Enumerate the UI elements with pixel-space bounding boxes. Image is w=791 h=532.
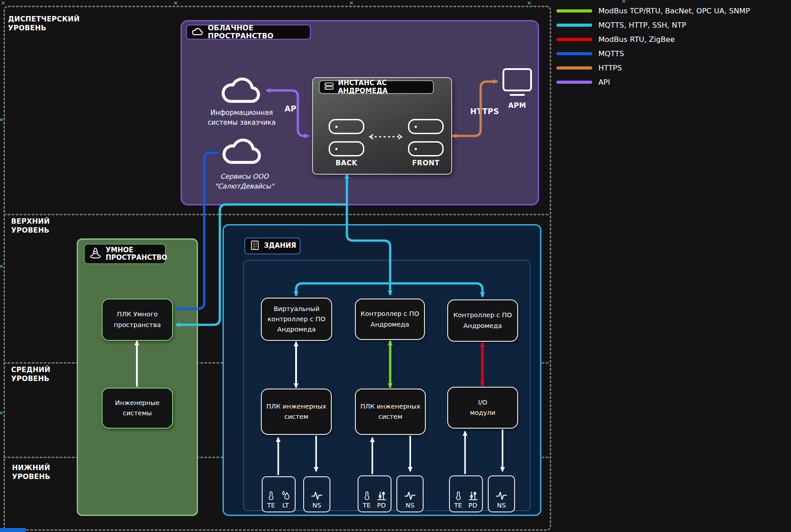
smart-space-title: УМНОЕ ПРОСТРАНСТВО (106, 246, 167, 262)
legend-item-mqtts-http[interactable]: MQTTS, HTTP, SSH, NTP (556, 18, 750, 32)
vendor-cloud-shape[interactable] (219, 133, 265, 170)
front-server-unit[interactable] (408, 141, 444, 156)
engineering-plc-node[interactable]: ПЛК инженерных систем (355, 389, 426, 435)
back-server-unit[interactable] (329, 119, 364, 134)
legend-label: MQTTS (598, 49, 624, 58)
unit-led (335, 148, 338, 150)
sensor-label: NS (497, 502, 506, 509)
level-label-middle[interactable]: СРЕДНИЙ УРОВЕНЬ (11, 365, 87, 383)
legend-item-modbus-tcp[interactable]: ModBus TCP/RTU, BacNet, OPC UA, SNMP (556, 4, 750, 18)
sensor-label: NS (312, 502, 321, 509)
sensor-label: TE (363, 502, 371, 509)
legend-swatch-cyan (556, 24, 592, 27)
sensor-label: TE (267, 502, 275, 509)
sensor-box-te-lt[interactable]: TE LT (262, 476, 296, 512)
https-wire-label[interactable]: HTTPS (466, 107, 503, 116)
thermometer-icon (453, 490, 463, 502)
legend-label: HTTPS (598, 64, 622, 72)
sensor-label: PD (377, 502, 386, 509)
customer-cloud-label: Информационная системы заказчика (202, 108, 282, 128)
legend-swatch-blue (556, 52, 592, 55)
arm-monitor-icon[interactable] (503, 68, 532, 91)
selection-handle[interactable]: ✕ (0, 264, 4, 269)
buildings-title: ЗДАНИЯ (264, 242, 296, 250)
pulse-icon (495, 490, 507, 502)
virtual-controller-node[interactable]: Виртуальный контроллер с ПО Андромеда (261, 298, 332, 341)
droplet-icon (280, 490, 291, 502)
sensor-label: NS (405, 502, 414, 509)
back-server-unit[interactable] (329, 141, 364, 156)
legend-swatch-red (556, 38, 592, 41)
legend-item-modbus-rtu[interactable]: ModBus RTU, ZigBee (556, 32, 750, 46)
legend-swatch-orange (556, 66, 592, 70)
sensor-box-ns[interactable]: NS (396, 475, 424, 512)
controller-node[interactable]: Контроллер с ПО Андромеда (447, 299, 518, 342)
unit-led (415, 126, 417, 128)
cloud-space-title: ОБЛАЧНОЕ ПРОСТРАНСТВО (208, 24, 305, 41)
selection-handle[interactable]: ✕ (0, 118, 4, 122)
legend-swatch-green (556, 9, 592, 12)
customer-cloud-shape[interactable] (218, 73, 264, 108)
legend-label: MQTTS, HTTP, SSH, NTP (598, 21, 686, 29)
sensor-box-te-pd[interactable]: TE PD (449, 475, 483, 512)
cloud-icon (191, 27, 204, 38)
legend: ModBus TCP/RTU, BacNet, OPC UA, SNMP MQT… (556, 4, 750, 89)
level-label-dispatcher[interactable]: ДИСПЕТЧЕРСКИЙ УРОВЕНЬ (8, 15, 93, 33)
legend-label: ModBus RTU, ZigBee (598, 35, 675, 44)
front-label: FRONT (408, 159, 444, 167)
sensor-label: PD (469, 502, 478, 509)
engineering-systems-node[interactable]: Инженерные системы (102, 388, 173, 429)
arm-monitor-stand (510, 94, 525, 96)
sensor-box-ns[interactable]: NS (488, 475, 515, 512)
diagram-canvas: ДИСПЕТЧЕРСКИЙ УРОВЕНЬ ВЕРХНИЙ УРОВЕНЬ СР… (0, 0, 791, 532)
sensor-label: LT (282, 502, 289, 509)
front-server-unit[interactable] (408, 119, 444, 134)
legend-item-https[interactable]: HTTPS (556, 61, 750, 75)
selection-handle[interactable]: ✕ (0, 411, 4, 415)
sensor-box-te-pd[interactable]: TE PD (358, 475, 391, 512)
smart-space-container[interactable] (77, 238, 198, 516)
arm-label: АРМ (503, 102, 532, 110)
pulse-icon (311, 490, 323, 502)
bottom-blue-bar (0, 528, 26, 532)
level-separator-upper (4, 214, 548, 215)
io-modules-node[interactable]: I/O модули (447, 387, 518, 429)
cloud-icon (218, 73, 264, 106)
pulse-icon (404, 490, 416, 502)
legend-label: ModBus TCP/RTU, BacNet, OPC UA, SNMP (598, 7, 750, 15)
back-label: BACK (329, 159, 364, 167)
andromeda-instance-title: ИНСТАНС АС АНДРОМЕДА (338, 79, 428, 95)
andromeda-instance-badge[interactable]: ИНСТАНС АС АНДРОМЕДА (319, 80, 434, 94)
engineering-plc-node[interactable]: ПЛК инженерных систем (261, 389, 332, 435)
buildings-badge[interactable]: ЗДАНИЯ (244, 237, 301, 254)
controller-node[interactable]: Контроллер с ПО Андромеда (355, 299, 425, 340)
api-wire-label[interactable]: API (281, 104, 303, 113)
cloud-icon (219, 133, 265, 168)
legend-label: API (598, 78, 610, 86)
vendor-cloud-label: Сервисы ООО "СалютДевайсы" (204, 172, 284, 192)
selection-handle[interactable]: ✕ (349, 1, 354, 5)
levels-icon (467, 490, 479, 502)
selection-handle[interactable]: ✕ (622, 0, 626, 4)
selection-handle[interactable]: ✕ (1, 1, 5, 5)
legend-item-mqtts[interactable]: MQTTS (556, 46, 750, 61)
unit-led (415, 148, 417, 150)
cone-icon (89, 247, 102, 261)
thermometer-icon (266, 490, 276, 502)
sensor-box-ns[interactable]: NS (303, 476, 330, 512)
building-icon (250, 240, 260, 252)
unit-led (335, 126, 338, 128)
cloud-space-badge[interactable]: ОБЛАЧНОЕ ПРОСТРАНСТВО (186, 25, 311, 40)
thermometer-icon (362, 490, 372, 502)
level-label-upper[interactable]: ВЕРХНИЙ УРОВЕНЬ (11, 217, 87, 235)
levels-icon (376, 490, 387, 502)
selection-handle[interactable]: ✕ (527, 1, 531, 5)
sensor-label: TE (454, 502, 462, 509)
selection-handle[interactable]: ✕ (173, 1, 178, 5)
legend-item-api[interactable]: API (556, 75, 750, 89)
smart-space-plc-node[interactable]: ПЛК Умного пространства (102, 299, 173, 341)
smart-space-badge[interactable]: УМНОЕ ПРОСТРАНСТВО (84, 244, 166, 264)
legend-swatch-purple (556, 81, 592, 84)
server-icon (324, 82, 334, 92)
